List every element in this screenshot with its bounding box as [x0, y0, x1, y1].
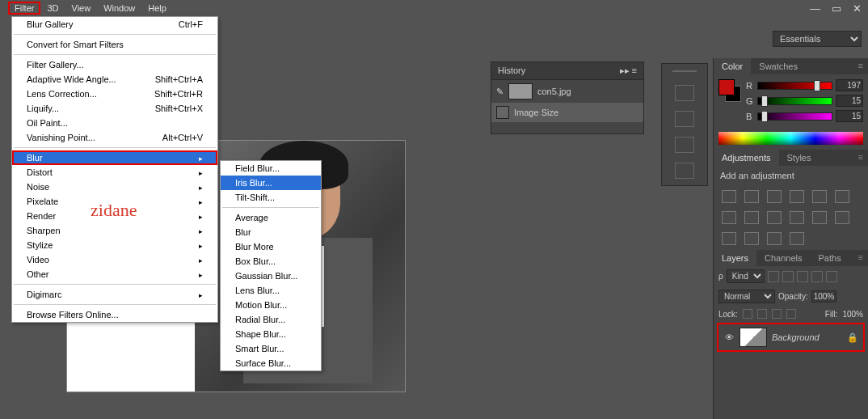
- adj-brightness-icon[interactable]: [722, 190, 736, 203]
- adj-threshold-icon[interactable]: [744, 232, 759, 245]
- blur-submenu-item[interactable]: Lens Blur...: [221, 283, 321, 298]
- blend-mode-select[interactable]: Normal: [718, 290, 775, 303]
- adjustments-tab[interactable]: Adjustments: [714, 150, 779, 166]
- blur-submenu-item[interactable]: Radial Blur...: [221, 312, 321, 327]
- strip-icon-3[interactable]: [675, 137, 694, 153]
- menu-view[interactable]: View: [65, 2, 98, 15]
- blur-submenu-item[interactable]: Blur More: [221, 239, 321, 254]
- filter-menu-item[interactable]: Vanishing Point...Alt+Ctrl+V: [12, 130, 217, 145]
- menu-3d[interactable]: 3D: [40, 2, 65, 15]
- adj-curves-icon[interactable]: [767, 190, 782, 203]
- history-source-row[interactable]: ✎ con5.jpg: [491, 80, 643, 103]
- blur-submenu[interactable]: Field Blur...Iris Blur...Tilt-Shift...Av…: [220, 160, 322, 371]
- blur-submenu-item[interactable]: Surface Blur...: [221, 356, 321, 370]
- panel-menu-icon[interactable]: ≡: [853, 250, 868, 266]
- styles-tab[interactable]: Styles: [779, 150, 820, 166]
- color-tab[interactable]: Color: [714, 58, 751, 74]
- lock-pixels-icon[interactable]: [757, 309, 767, 319]
- strip-icon-1[interactable]: [675, 85, 694, 101]
- maximize-icon[interactable]: ▭: [832, 2, 841, 15]
- blur-submenu-item[interactable]: Iris Blur...: [221, 176, 321, 190]
- adj-exposure-icon[interactable]: [790, 190, 804, 203]
- paths-tab[interactable]: Paths: [811, 250, 849, 266]
- blur-submenu-item[interactable]: Tilt-Shift...: [221, 190, 321, 205]
- opacity-value[interactable]: 100%: [811, 290, 837, 303]
- color-swatch[interactable]: [718, 79, 741, 102]
- blur-submenu-item[interactable]: Shape Blur...: [221, 327, 321, 341]
- lock-position-icon[interactable]: [772, 309, 782, 319]
- adj-balance-icon[interactable]: [722, 211, 736, 224]
- panel-collapse-icon[interactable]: ▸▸ ≡: [620, 66, 637, 76]
- blur-submenu-item[interactable]: Field Blur...: [221, 161, 321, 176]
- panel-menu-icon[interactable]: ≡: [853, 58, 868, 74]
- r-input[interactable]: [836, 79, 863, 91]
- strip-icon-4[interactable]: [675, 163, 694, 179]
- filter-type-icon[interactable]: [797, 271, 808, 282]
- filter-adj-icon[interactable]: [782, 271, 794, 282]
- filter-menu-item[interactable]: Blur: [12, 150, 217, 165]
- filter-shape-icon[interactable]: [811, 271, 823, 282]
- b-input[interactable]: [836, 110, 863, 122]
- filter-menu-item[interactable]: Render: [12, 209, 217, 223]
- swatches-tab[interactable]: Swatches: [751, 58, 806, 74]
- adj-vibrance-icon[interactable]: [812, 190, 827, 203]
- history-step-row[interactable]: Image Size: [491, 103, 643, 122]
- adj-levels-icon[interactable]: [744, 190, 759, 203]
- menu-window[interactable]: Window: [97, 2, 141, 15]
- blur-submenu-item[interactable]: Average: [221, 210, 321, 225]
- close-icon[interactable]: ✕: [853, 2, 862, 15]
- layer-kind-select[interactable]: Kind: [727, 269, 765, 283]
- blur-submenu-item[interactable]: Box Blur...: [221, 254, 321, 269]
- r-slider[interactable]: [757, 82, 832, 90]
- filter-menu-item[interactable]: Adaptive Wide Angle...Shift+Ctrl+A: [12, 72, 217, 87]
- filter-menu-item[interactable]: Liquify...Shift+Ctrl+X: [12, 101, 217, 116]
- blur-submenu-item[interactable]: Blur: [221, 225, 321, 239]
- lock-trans-icon[interactable]: [743, 309, 752, 319]
- adj-bw-icon[interactable]: [744, 211, 759, 224]
- adj-lookup-icon[interactable]: [812, 211, 827, 224]
- filter-menu-item[interactable]: Filter Gallery...: [12, 57, 217, 72]
- filter-pixel-icon[interactable]: [768, 271, 779, 282]
- filter-menu-item[interactable]: Oil Paint...: [12, 116, 217, 130]
- workspace-switcher[interactable]: Essentials: [773, 31, 862, 47]
- adj-hue-icon[interactable]: [835, 190, 849, 203]
- filter-menu-item[interactable]: Sharpen: [12, 223, 217, 238]
- filter-menu[interactable]: Blur GalleryCtrl+FConvert for Smart Filt…: [11, 16, 218, 323]
- blur-submenu-item[interactable]: Gaussian Blur...: [221, 269, 321, 283]
- adj-gradient-map-icon[interactable]: [767, 232, 782, 245]
- color-spectrum[interactable]: [718, 132, 863, 145]
- channels-tab[interactable]: Channels: [756, 250, 810, 266]
- adj-channel-mixer-icon[interactable]: [790, 211, 804, 224]
- blur-submenu-item[interactable]: Motion Blur...: [221, 298, 321, 312]
- b-slider[interactable]: [757, 112, 832, 121]
- blur-submenu-item[interactable]: Smart Blur...: [221, 341, 321, 356]
- adj-invert-icon[interactable]: [835, 211, 849, 224]
- g-input[interactable]: [836, 95, 863, 107]
- filter-menu-item[interactable]: Video: [12, 252, 217, 267]
- adj-photo-filter-icon[interactable]: [767, 211, 782, 224]
- filter-smart-icon[interactable]: [826, 271, 837, 282]
- strip-icon-2[interactable]: [675, 111, 694, 127]
- filter-menu-item[interactable]: Digimarc: [12, 287, 217, 302]
- filter-menu-item[interactable]: Pixelate: [12, 194, 217, 209]
- fill-value[interactable]: 100%: [842, 310, 863, 319]
- history-tab[interactable]: History: [498, 66, 525, 76]
- menu-help[interactable]: Help: [141, 2, 173, 15]
- filter-menu-item[interactable]: Noise: [12, 180, 217, 194]
- filter-menu-item[interactable]: Distort: [12, 165, 217, 180]
- filter-menu-item[interactable]: Other: [12, 267, 217, 281]
- lock-all-icon[interactable]: [786, 309, 796, 319]
- layer-row-background[interactable]: 👁 Background 🔒: [717, 323, 865, 352]
- filter-menu-item[interactable]: Lens Correction...Shift+Ctrl+R: [12, 87, 217, 101]
- visibility-icon[interactable]: 👁: [723, 332, 735, 342]
- adj-selective-icon[interactable]: [790, 232, 804, 245]
- filter-menu-item[interactable]: Browse Filters Online...: [12, 307, 217, 322]
- panel-menu-icon[interactable]: ≡: [853, 150, 868, 166]
- minimize-icon[interactable]: —: [810, 2, 820, 15]
- filter-menu-item[interactable]: Stylize: [12, 238, 217, 252]
- workspace-select[interactable]: Essentials: [773, 31, 862, 47]
- layers-tab[interactable]: Layers: [714, 250, 756, 266]
- filter-menu-item[interactable]: Blur GalleryCtrl+F: [12, 17, 217, 32]
- menu-filter[interactable]: Filter: [8, 2, 40, 15]
- g-slider[interactable]: [757, 97, 832, 105]
